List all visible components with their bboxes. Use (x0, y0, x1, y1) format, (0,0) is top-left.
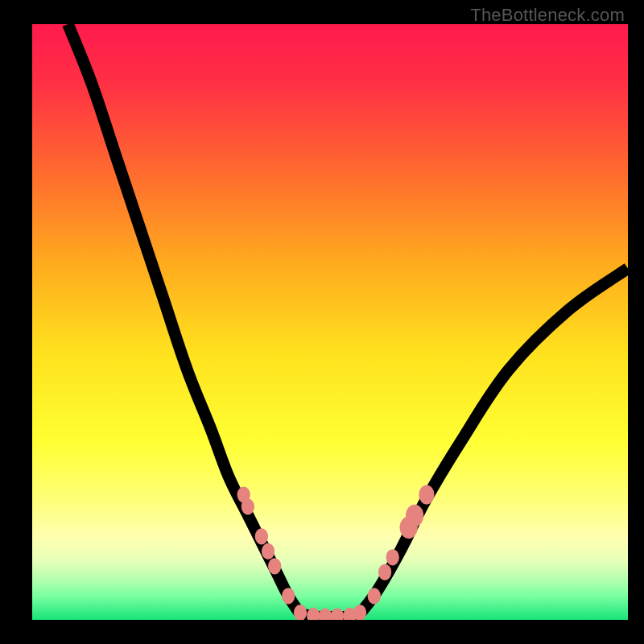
data-marker (262, 543, 275, 559)
data-marker (268, 558, 281, 574)
data-marker (319, 608, 332, 620)
data-marker (386, 549, 399, 565)
left-curve (68, 24, 300, 614)
curve-layer (32, 24, 628, 620)
right-curve (360, 268, 628, 613)
watermark-text: TheBottleneck.com (470, 5, 625, 26)
plot-area (32, 24, 628, 620)
chart-container: TheBottleneck.com (0, 0, 644, 644)
data-marker (255, 528, 268, 544)
data-marker (406, 505, 423, 527)
data-marker (282, 588, 295, 604)
data-marker (331, 608, 344, 620)
data-marker (419, 485, 434, 505)
data-marker (307, 608, 320, 620)
data-marker (368, 588, 381, 604)
data-marker (242, 498, 254, 514)
data-marker (378, 564, 391, 580)
